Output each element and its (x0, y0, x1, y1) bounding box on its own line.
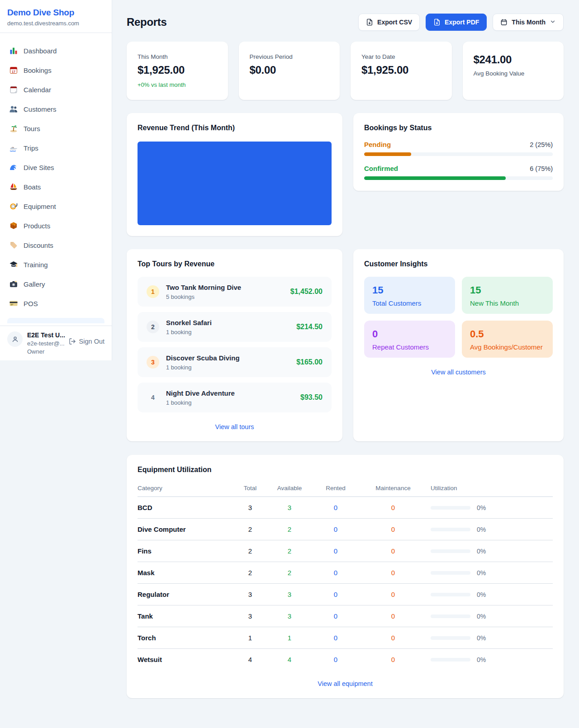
utilization-cell: 0% (431, 504, 553, 511)
export-pdf-button[interactable]: Export PDF (426, 14, 487, 31)
sidebar-item-tours[interactable]: Tours (4, 119, 108, 137)
column-header-maintenance: Maintenance (360, 481, 426, 497)
sidebar-item-label: Dashboard (24, 47, 57, 55)
sidebar: Demo Dive Shop demo.test.divestreams.com… (0, 0, 112, 360)
table-row: Mask 2 2 0 0 0% (138, 562, 553, 584)
sidebar-item-dashboard[interactable]: Dashboard (4, 42, 108, 60)
view-all-tours-link[interactable]: View all tours (138, 423, 332, 430)
cell-category: Dive Computer (138, 519, 233, 540)
cell-total: 3 (233, 497, 268, 519)
camera-icon (9, 279, 18, 288)
cell-category: BCD (138, 497, 233, 519)
sign-out-icon (69, 338, 76, 345)
sidebar-item-training[interactable]: Training (4, 255, 108, 274)
brand: Demo Dive Shop demo.test.divestreams.com (0, 0, 112, 33)
sidebar-item-products[interactable]: Products (4, 217, 108, 235)
cell-maintenance: 0 (360, 605, 426, 627)
utilization-percent: 0% (477, 569, 486, 577)
sidebar-item-discounts[interactable]: Discounts (4, 236, 108, 254)
stat-value: $0.00 (250, 64, 329, 76)
sign-out-button[interactable]: Sign Out (69, 338, 104, 345)
tour-name: Night Dive Adventure (166, 389, 235, 397)
user-email: e2e-tester@... (27, 340, 64, 347)
utilization-bar-track (431, 571, 470, 575)
sidebar-item-boats[interactable]: Boats (4, 178, 108, 196)
cell-rented: 0 (311, 605, 360, 627)
top-tours-title: Top Tours by Revenue (138, 260, 332, 268)
utilization-cell: 0% (431, 613, 553, 620)
tour-revenue: $93.50 (300, 393, 323, 402)
status-bar-fill (364, 176, 506, 180)
revenue-trend-card: Revenue Trend (This Month) (127, 113, 342, 236)
status-bar-fill (364, 152, 411, 156)
customer-insights-card: Customer Insights 15 Total Customers 15 … (353, 249, 564, 441)
sidebar-item-label: Boats (24, 183, 41, 191)
tour-row: 1 Two Tank Morning Dive5 bookings $1,452… (138, 277, 332, 307)
tour-bookings: 1 booking (166, 329, 212, 336)
cell-total: 4 (233, 649, 268, 671)
table-row: Torch 1 1 0 0 0% (138, 627, 553, 649)
sidebar-item-label: Dive Sites (24, 164, 54, 171)
sidebar-item-customers[interactable]: Customers (4, 100, 108, 118)
sidebar-item-pos[interactable]: POS (4, 294, 108, 312)
tour-revenue: $1,452.00 (290, 288, 323, 296)
cell-category: Mask (138, 562, 233, 584)
period-dropdown[interactable]: This Month (493, 14, 564, 31)
stat-label: This Month (138, 53, 217, 60)
calendar-date-icon: 17 (9, 66, 18, 75)
sidebar-item-trips[interactable]: Trips (4, 139, 108, 157)
table-row: Dive Computer 2 2 0 0 0% (138, 519, 553, 540)
utilization-bar-track (431, 615, 470, 618)
sidebar-item-gallery[interactable]: Gallery (4, 275, 108, 293)
sidebar-item-reports-active-partial[interactable] (7, 318, 104, 323)
stats-row: This Month $1,925.00 +0% vs last month P… (127, 42, 564, 100)
utilization-cell: 0% (431, 591, 553, 598)
sign-out-label: Sign Out (79, 338, 104, 345)
tour-name: Discover Scuba Diving (166, 354, 240, 362)
insight-new-this-month: 15 New This Month (462, 277, 553, 314)
cell-total: 3 (233, 584, 268, 605)
tour-row: 3 Discover Scuba Diving1 booking $165.00 (138, 347, 332, 377)
stat-label: Previous Period (250, 53, 329, 60)
sidebar-item-label: Training (24, 261, 48, 269)
user-name: E2E Test U... (27, 331, 64, 339)
sidebar-item-label: Discounts (24, 241, 53, 249)
sidebar-item-calendar[interactable]: Calendar (4, 80, 108, 99)
insight-value: 15 (470, 284, 545, 296)
equipment-utilization-title: Equipment Utilization (138, 466, 553, 474)
table-row: Wetsuit 4 4 0 0 0% (138, 649, 553, 671)
person-icon (11, 335, 19, 344)
island-icon (9, 124, 18, 133)
cell-available: 3 (268, 497, 311, 519)
cell-maintenance: 0 (360, 584, 426, 605)
sidebar-item-label: Trips (24, 144, 38, 152)
sidebar-item-label: Calendar (24, 86, 51, 94)
export-csv-button[interactable]: Export CSV (358, 14, 420, 31)
cell-rented: 0 (311, 497, 360, 519)
insight-repeat-customers: 0 Repeat Customers (364, 321, 455, 358)
cell-maintenance: 0 (360, 540, 426, 562)
tour-row: 2 Snorkel Safari1 booking $214.50 (138, 312, 332, 342)
table-row: Tank 3 3 0 0 0% (138, 605, 553, 627)
sidebar-item-equipment[interactable]: Equipment (4, 197, 108, 215)
revenue-trend-chart (138, 142, 332, 225)
tour-name: Two Tank Morning Dive (166, 284, 241, 291)
package-icon (9, 221, 18, 230)
bar-chart-icon (9, 46, 18, 55)
utilization-bar-track (431, 528, 470, 531)
view-all-customers-link[interactable]: View all customers (364, 369, 553, 376)
period-label: This Month (512, 19, 546, 26)
sidebar-item-dive-sites[interactable]: Dive Sites (4, 158, 108, 176)
view-all-equipment-link[interactable]: View all equipment (138, 680, 553, 687)
avatar (7, 331, 23, 347)
cell-category: Wetsuit (138, 649, 233, 671)
sailboat-icon (9, 182, 18, 191)
sidebar-item-bookings[interactable]: 17 Bookings (4, 61, 108, 79)
utilization-bar-track (431, 658, 470, 662)
utilization-percent: 0% (477, 548, 486, 555)
status-label: Confirmed (364, 165, 398, 172)
cell-rented: 0 (311, 519, 360, 540)
stat-card-avg-booking-value: $241.00 Avg Booking Value (463, 42, 564, 100)
speedboat-icon (9, 143, 18, 152)
page-header: Reports Export CSV Export PDF This Month (127, 14, 564, 31)
